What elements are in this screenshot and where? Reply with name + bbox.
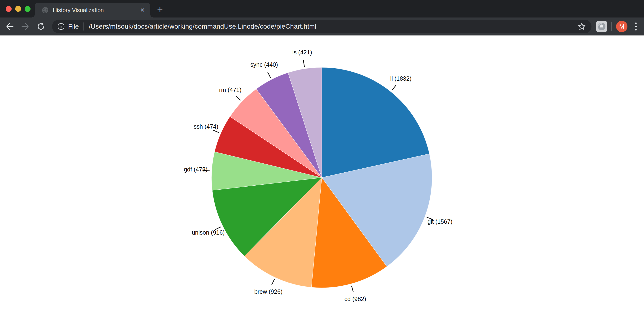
browser-menu-button[interactable] [631,21,641,32]
close-window-button[interactable] [6,6,12,12]
back-arrow-icon [5,22,14,31]
browser-toolbar: File /Users/mtsouk/docs/article/working/… [0,17,644,35]
url-scheme-label: File [68,23,79,30]
forward-arrow-icon [21,22,30,31]
pie-label-brew: brew (926) [254,288,283,295]
pie-tick-sync [268,72,271,78]
pie-tick-ll [392,85,396,90]
pie-tick-rm [236,96,240,100]
pie-label-git: git (1567) [428,218,452,225]
forward-button[interactable] [20,20,31,32]
pie-tick-ssh [213,130,219,133]
globe-icon [42,7,48,13]
pie-label-sync: sync (440) [250,61,278,68]
pie-label-gdf: gdf (478) [184,166,208,173]
tab-close-icon[interactable]: ✕ [138,6,146,14]
address-bar[interactable]: File /Users/mtsouk/docs/article/working/… [52,20,592,33]
page-content: ll (1832)git (1567)cd (982)brew (926)uni… [0,35,644,319]
browser-window: History Visualization ✕ + [0,0,644,319]
minimize-window-button[interactable] [15,6,21,12]
reload-button[interactable] [35,20,47,32]
pie-chart: ll (1832)git (1567)cd (982)brew (926)uni… [0,35,644,319]
pie-tick-ls [303,60,304,67]
url-separator [84,22,84,30]
pie-label-ll: ll (1832) [390,75,412,82]
info-icon[interactable] [57,23,65,30]
toolbar-separator [611,22,612,31]
pie-label-unison: unison (916) [192,229,225,236]
menu-dot [635,29,637,30]
url-text[interactable]: /Users/mtsouk/docs/article/working/comma… [89,23,577,30]
profile-avatar[interactable]: M [616,21,628,32]
pie-label-ls: ls (421) [292,49,312,55]
tab-strip: History Visualization ✕ + [0,0,644,17]
menu-dot [635,22,637,24]
tab-title: History Visualization [53,7,138,13]
pie-label-cd: cd (982) [344,296,366,302]
pie-label-rm: rm (471) [219,86,241,93]
tab-history-visualization[interactable]: History Visualization ✕ [35,3,150,17]
back-button[interactable] [4,20,16,32]
pie-label-ssh: ssh (474) [194,123,218,130]
extension-button[interactable] [596,21,607,32]
new-tab-button[interactable]: + [154,5,166,16]
zoom-window-button[interactable] [24,6,30,12]
pie-tick-brew [272,279,274,285]
reload-icon [36,22,46,31]
extension-swirl-icon [597,22,606,31]
menu-dot [635,26,637,27]
pie-tick-cd [352,286,354,292]
bookmark-star-icon[interactable] [577,22,586,31]
pie-slices [212,67,432,288]
